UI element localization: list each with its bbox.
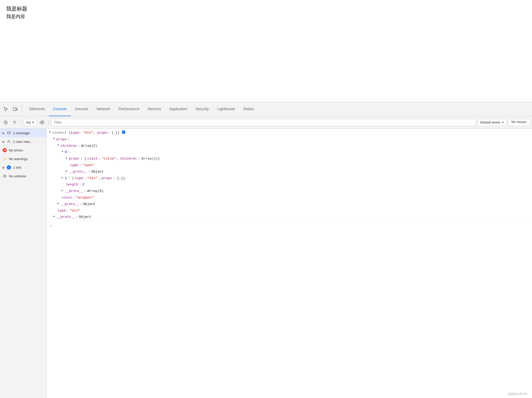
clear-console-icon[interactable] <box>2 119 9 126</box>
svg-line-3 <box>5 121 7 124</box>
default-levels-button[interactable]: Default levels ▼ <box>478 119 506 126</box>
console-sidebar: ▶ 1 message ▶ 1 <box>0 129 47 398</box>
error-icon: ✕ <box>3 148 7 152</box>
console-entry-element: ▼ element {type: "div", props: {…}} i ▼ … <box>47 129 532 222</box>
sidebar-label-errors: No errors <box>9 148 23 152</box>
console-line-type-span: type: "span" <box>49 162 530 169</box>
toolbar-separator-1 <box>21 120 21 125</box>
sidebar-label-message: 1 message <box>13 131 30 135</box>
console-line-type-div: type: "div" <box>49 208 530 214</box>
expand-props-icon[interactable]: ▼ <box>53 137 55 141</box>
console-line-proto-array: ▶ __proto__: Array(0) <box>49 188 530 195</box>
tab-lighthouse[interactable]: Lighthouse <box>213 102 239 116</box>
expand-proto-main-icon[interactable]: ▶ <box>53 214 55 219</box>
element-value: {type: "div", props: {…}} <box>69 130 120 136</box>
expand-proto-array-icon[interactable]: ▶ <box>61 189 64 193</box>
devtools-tab-icons <box>2 106 22 113</box>
console-line-children: ▼ children: Array(2) <box>49 143 530 149</box>
tab-redux[interactable]: Redux <box>239 102 258 116</box>
info-icon: i <box>7 165 11 169</box>
console-line-class: class: "wrapper" <box>49 195 530 201</box>
tab-elements[interactable]: Elements <box>25 102 49 116</box>
console-output: ▼ element {type: "div", props: {…}} i ▼ … <box>47 129 532 398</box>
sidebar-arrow-info: ▶ <box>3 166 5 169</box>
console-line-props: ▼ props: <box>49 136 530 143</box>
expand-proto0-icon[interactable]: ▶ <box>65 169 68 173</box>
devtools-panel: Elements Console Sources Network Perform… <box>0 102 532 398</box>
sidebar-item-warnings[interactable]: ⚠ No warnings <box>0 155 46 163</box>
svg-point-7 <box>41 122 43 123</box>
expand-children-icon[interactable]: ▼ <box>57 143 60 148</box>
filter-icon[interactable] <box>11 119 18 126</box>
expand-idx1-icon[interactable]: ▶ <box>61 176 64 180</box>
console-line-proto0: ▶ __proto__: Object <box>49 169 530 175</box>
expand-proto-props-icon[interactable]: ▶ <box>57 202 60 206</box>
page-body: 我是内容 <box>6 13 526 20</box>
tab-network[interactable]: Network <box>92 102 114 116</box>
verbose-icon: ⚙ <box>3 174 7 178</box>
sidebar-item-user-message[interactable]: ▶ 1 user mes... <box>0 137 46 146</box>
sidebar-item-errors[interactable]: ✕ No errors <box>0 146 46 155</box>
no-issues-button[interactable]: No Issues <box>508 119 530 126</box>
toggle-visibility-icon[interactable] <box>38 119 46 126</box>
sidebar-item-info[interactable]: ▶ i 1 info <box>0 163 46 172</box>
svg-rect-8 <box>7 132 10 134</box>
expand-props0-icon[interactable]: ▶ <box>65 156 68 160</box>
console-toolbar: top ▼ Default levels ▼ No Issues <box>0 116 532 129</box>
tab-security[interactable]: Security <box>192 102 213 116</box>
console-prompt[interactable]: › <box>47 222 532 230</box>
inspect-element-icon[interactable] <box>2 106 9 113</box>
expand-element-icon[interactable]: ▼ <box>49 130 51 134</box>
tab-application[interactable]: Application <box>165 102 192 116</box>
context-dropdown-icon: ▼ <box>32 121 34 124</box>
message-icon <box>7 131 11 135</box>
expand-idx0-icon[interactable]: ▼ <box>61 150 64 154</box>
sidebar-arrow-user: ▶ <box>3 140 5 143</box>
console-line-props0: ▶ props: {class: "title", children: Arra… <box>49 156 530 162</box>
tab-sources[interactable]: Sources <box>71 102 92 116</box>
console-line-idx1: ▶ 1: {type: "div", props: {…}} <box>49 175 530 182</box>
sidebar-label-verbose: No verbose <box>9 174 26 178</box>
context-value: top <box>26 120 31 124</box>
device-toolbar-icon[interactable] <box>11 106 19 113</box>
watermark: @掘金技术社区 <box>508 392 528 396</box>
sidebar-arrow-message: ▶ <box>3 132 5 134</box>
console-line-idx0: ▼ 0: <box>49 149 530 156</box>
prompt-arrow-icon: › <box>50 224 52 228</box>
console-line-length: length: 2 <box>49 182 530 188</box>
tab-performance[interactable]: Performance <box>114 102 143 116</box>
tab-memory[interactable]: Memory <box>144 102 165 116</box>
sidebar-label-info: 1 info <box>13 166 21 169</box>
info-badge-icon[interactable]: i <box>122 130 125 134</box>
svg-rect-0 <box>13 108 16 111</box>
console-body: ▶ 1 message ▶ 1 <box>0 129 532 398</box>
sidebar-label-warnings: No warnings <box>9 157 28 161</box>
element-label: element <box>52 130 67 136</box>
devtools-tab-bar: Elements Console Sources Network Perform… <box>0 102 532 116</box>
toolbar-separator-2 <box>48 120 49 125</box>
user-message-icon <box>7 139 11 144</box>
context-selector[interactable]: top ▼ <box>24 119 37 126</box>
filter-input[interactable] <box>51 119 476 126</box>
sidebar-item-message[interactable]: ▶ 1 message <box>0 129 46 137</box>
default-levels-dropdown-icon: ▼ <box>501 121 504 124</box>
page-title: 我是标题 <box>6 5 526 12</box>
console-line-proto-props: ▶ __proto__: Object <box>49 201 530 208</box>
svg-point-11 <box>8 140 10 142</box>
tab-console[interactable]: Console <box>49 102 71 116</box>
warning-icon: ⚠ <box>3 157 7 161</box>
svg-rect-1 <box>16 108 17 110</box>
sidebar-item-verbose[interactable]: ⚙ No verbose <box>0 172 46 180</box>
console-line-proto-main: ▶ __proto__: Object <box>49 214 530 220</box>
sidebar-label-user: 1 user mes... <box>13 140 33 144</box>
console-line-1: ▼ element {type: "div", props: {…}} i <box>49 130 530 136</box>
page-content: 我是标题 我是内容 <box>0 0 532 102</box>
